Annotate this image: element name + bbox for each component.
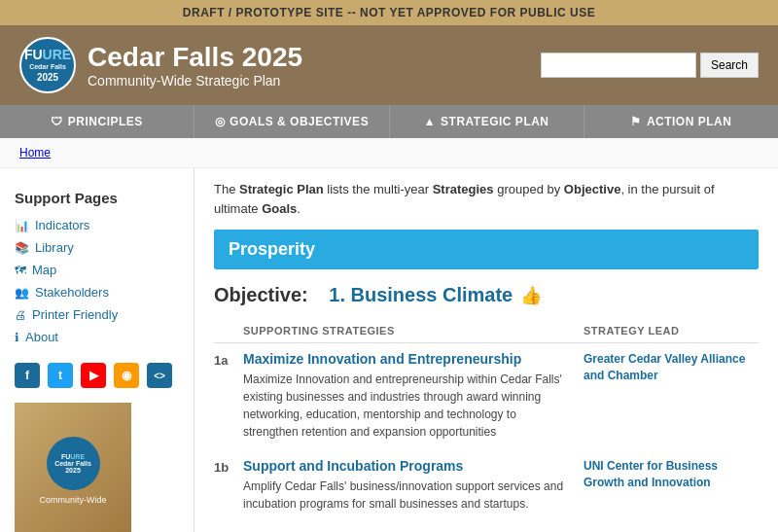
principles-icon: 🛡 [51, 115, 63, 128]
objective-num: 1. Business Climate [329, 284, 513, 306]
site-subtitle: Community-Wide Strategic Plan [88, 73, 302, 89]
intro-text: The Strategic Plan lists the multi-year … [214, 180, 759, 218]
strategy-lead-1a[interactable]: Greater Cedar Valley Alliance and Chambe… [584, 351, 759, 384]
social-icons: f t ▶ ◉ <> [15, 363, 179, 388]
site-header: FUURE Cedar Falls 2025 Cedar Falls 2025 … [0, 25, 778, 105]
sidebar-about-label: About [25, 330, 58, 344]
search-form: Search [541, 53, 759, 78]
nav-goals[interactable]: ◎ GOALS & OBJECTIVES [194, 105, 389, 138]
table-row: 1b Support and Incubation Programs Ampli… [214, 458, 759, 513]
col-strategies: SUPPORTING STRATEGIES [243, 325, 584, 337]
draft-banner: DRAFT / PROTOTYPE SITE -- NOT YET APPROV… [0, 0, 778, 25]
intro-bold-goals: Goals [262, 201, 297, 216]
intro-bold-strategies: Strategies [433, 182, 494, 196]
nav-principles-label: PRINCIPLES [68, 115, 143, 128]
map-icon: 🗺 [15, 264, 26, 277]
main-content: The Strategic Plan lists the multi-year … [194, 168, 778, 532]
twitter-icon[interactable]: t [48, 363, 73, 388]
strategy-lead-1b[interactable]: UNI Center for Business Growth and Innov… [584, 458, 759, 491]
facebook-icon[interactable]: f [15, 363, 40, 388]
goals-icon: ◎ [215, 115, 226, 128]
rss-icon[interactable]: ◉ [114, 363, 139, 388]
sidebar-printer-label: Printer Friendly [32, 307, 118, 322]
book-label: Community-Wide [39, 495, 106, 505]
objective-link[interactable]: 1. Business Climate [329, 284, 513, 305]
indicators-icon: 📊 [15, 219, 29, 232]
sidebar-stakeholders-label: Stakeholders [35, 285, 109, 300]
nav-strategic-label: STRATEGIC PLAN [441, 115, 548, 128]
printer-icon: 🖨 [15, 308, 26, 322]
col-lead: STRATEGY LEAD [584, 325, 759, 337]
table-row: 1a Maximize Innovation and Entrepreneurs… [214, 351, 759, 441]
strategy-content-1a: Maximize Innovation and Entrepreneurship… [243, 351, 584, 441]
objective-prefix: Objective: [214, 284, 308, 306]
about-icon: ℹ [15, 331, 19, 344]
sidebar-book: FUURECedar Falls2025 Community-Wide [15, 403, 131, 532]
section-header: Prosperity [214, 230, 759, 269]
strategy-title-1a[interactable]: Maximize Innovation and Entrepreneurship [243, 351, 569, 367]
sidebar-item-stakeholders[interactable]: 👥 Stakeholders [15, 281, 179, 303]
nav-action[interactable]: ⚑ ACTION PLAN [584, 105, 778, 138]
breadcrumb-home[interactable]: Home [19, 146, 51, 160]
nav-principles[interactable]: 🛡 PRINCIPLES [0, 105, 194, 138]
search-button[interactable]: Search [700, 53, 759, 78]
strategy-desc-1a: Maximize Innovation and entrepreneurship… [243, 372, 562, 439]
strategy-desc-1b: Amplify Cedar Falls' business/innovation… [243, 479, 563, 511]
site-title-block: Cedar Falls 2025 Community-Wide Strategi… [88, 42, 302, 89]
strategy-num-1b: 1b [214, 458, 243, 475]
sidebar-library-label: Library [35, 240, 74, 255]
sidebar-indicators-label: Indicators [35, 218, 89, 232]
code-icon[interactable]: <> [147, 363, 172, 388]
book-logo: FUURECedar Falls2025 [47, 437, 100, 490]
strategic-icon: ▲ [424, 115, 436, 128]
content-area: Support Pages 📊 Indicators 📚 Library 🗺 M… [0, 168, 778, 532]
intro-bold-strategic: Strategic Plan [239, 182, 324, 196]
breadcrumb-bar: Home [0, 138, 778, 168]
main-nav: 🛡 PRINCIPLES ◎ GOALS & OBJECTIVES ▲ STRA… [0, 105, 778, 138]
thumbs-up-icon: 👍 [520, 285, 542, 306]
stakeholders-icon: 👥 [15, 286, 29, 300]
library-icon: 📚 [15, 241, 29, 255]
sidebar-map-label: Map [32, 263, 56, 277]
nav-strategic[interactable]: ▲ STRATEGIC PLAN [390, 105, 584, 138]
youtube-icon[interactable]: ▶ [81, 363, 106, 388]
sidebar-item-indicators[interactable]: 📊 Indicators [15, 214, 179, 236]
sidebar-item-about[interactable]: ℹ About [15, 326, 179, 348]
nav-goals-label: GOALS & OBJECTIVES [230, 115, 369, 128]
header-left: FUURE Cedar Falls 2025 Cedar Falls 2025 … [19, 37, 302, 93]
site-name: Cedar Falls 2025 [88, 42, 302, 73]
objective-title: Objective: 1. Business Climate 👍 [214, 284, 759, 306]
site-logo: FUURE Cedar Falls 2025 [19, 37, 76, 93]
sidebar: Support Pages 📊 Indicators 📚 Library 🗺 M… [0, 168, 194, 532]
search-input[interactable] [541, 53, 696, 78]
strategies-table: SUPPORTING STRATEGIES STRATEGY LEAD 1a M… [214, 321, 759, 532]
col-num [214, 325, 243, 337]
strategy-content-1b: Support and Incubation Programs Amplify … [243, 458, 584, 513]
strategy-num-1a: 1a [214, 351, 243, 368]
sidebar-item-printer[interactable]: 🖨 Printer Friendly [15, 303, 179, 326]
strategy-title-1b[interactable]: Support and Incubation Programs [243, 458, 569, 474]
sidebar-item-map[interactable]: 🗺 Map [15, 259, 179, 281]
table-header: SUPPORTING STRATEGIES STRATEGY LEAD [214, 321, 759, 343]
action-icon: ⚑ [630, 115, 642, 128]
sidebar-item-library[interactable]: 📚 Library [15, 236, 179, 259]
sidebar-title: Support Pages [15, 190, 179, 206]
intro-bold-objective: Objective [564, 182, 621, 196]
nav-action-label: ACTION PLAN [647, 115, 732, 128]
